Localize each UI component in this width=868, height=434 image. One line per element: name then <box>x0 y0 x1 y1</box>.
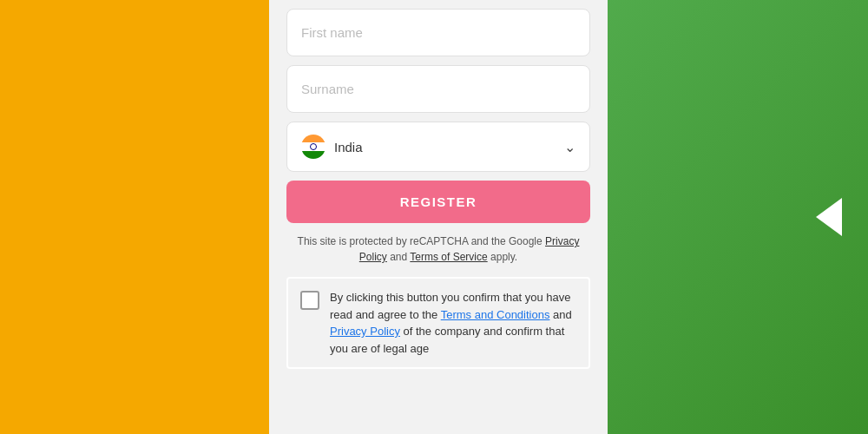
recaptcha-terms-link[interactable]: Terms of Service <box>410 251 487 263</box>
chevron-down-icon: ⌄ <box>564 139 575 155</box>
privacy-policy-link[interactable]: Privacy Policy <box>330 325 400 338</box>
registration-form: India ⌄ REGISTER This site is protected … <box>269 0 608 434</box>
terms-text: By clicking this button you confirm that… <box>330 289 576 357</box>
india-flag-icon <box>301 135 326 159</box>
country-label: India <box>334 140 564 155</box>
back-arrow-icon[interactable] <box>816 198 842 236</box>
recaptcha-notice: This site is protected by reCAPTCHA and … <box>286 233 590 265</box>
first-name-input[interactable] <box>286 9 590 56</box>
register-button[interactable]: REGISTER <box>286 181 590 223</box>
terms-conditions-link[interactable]: Terms and Conditions <box>441 308 550 321</box>
terms-checkbox[interactable] <box>300 291 319 310</box>
country-select[interactable]: India ⌄ <box>286 122 590 172</box>
left-background <box>0 0 269 434</box>
terms-agreement-box: By clicking this button you confirm that… <box>286 277 590 369</box>
surname-input[interactable] <box>286 65 590 113</box>
